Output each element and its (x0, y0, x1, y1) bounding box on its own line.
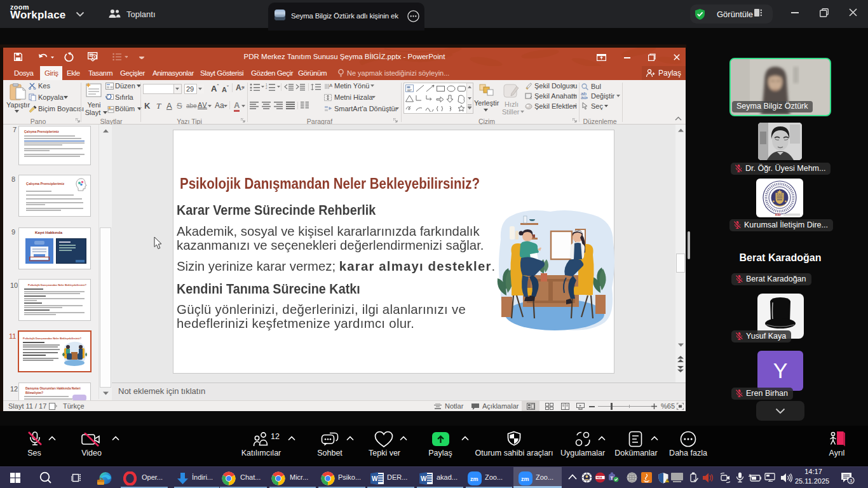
svg-text:T: T (610, 475, 613, 481)
svg-text:3: 3 (850, 478, 853, 484)
svg-text:zm: zm (470, 476, 478, 482)
svg-text:KİD: KİD (775, 213, 781, 217)
svg-text:W: W (421, 475, 427, 482)
svg-text:W: W (372, 475, 378, 482)
svg-text:A: A (329, 83, 332, 88)
svg-text:zm: zm (521, 476, 529, 482)
svg-text:2: 2 (266, 86, 268, 90)
svg-text:NDA: NDA (597, 476, 602, 479)
